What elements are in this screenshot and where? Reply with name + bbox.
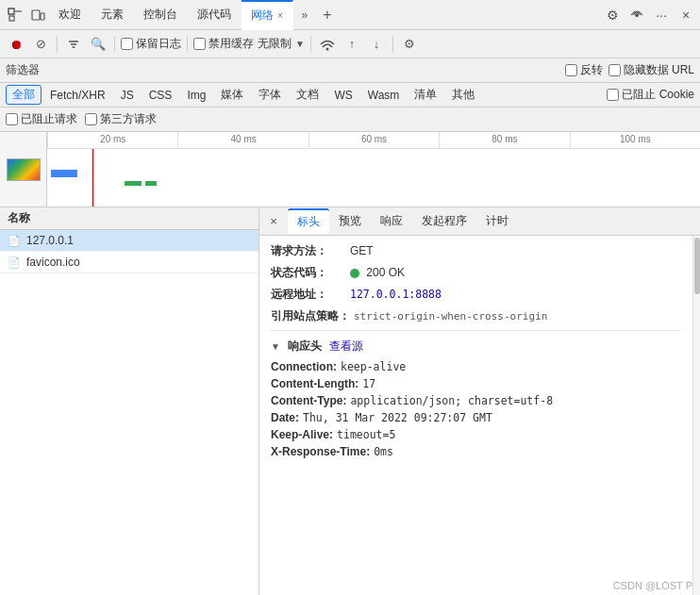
detail-panel: × 标头 预览 响应 发起程序 计时 请求方法： GET 状态代码： [259,207,700,595]
header-date: Date: Thu, 31 Mar 2022 09:27:07 GMT [271,411,681,424]
preserve-log-checkbox[interactable]: 保留日志 [121,36,181,52]
network-icon[interactable] [626,5,647,25]
header-content-type: Content-Type: application/json; charset=… [271,394,681,407]
detail-scrollbar[interactable] [692,236,700,595]
upload-icon[interactable]: ↑ [342,34,362,55]
tab-network-close[interactable]: × [277,10,283,21]
svg-rect-3 [32,10,40,20]
tick-20ms: 20 ms [47,132,177,148]
download-icon[interactable]: ↓ [366,34,387,55]
requests-header: 名称 [0,207,258,230]
page-thumbnail [7,158,41,181]
header-keep-alive: Keep-Alive: timeout=5 [271,428,681,441]
separator-5 [392,36,393,53]
filter-type-all[interactable]: 全部 [6,85,42,105]
request-bar-2 [125,181,142,186]
filter-type-media[interactable]: 媒体 [214,85,250,105]
svg-point-9 [325,47,328,50]
speed-select-wrap: 无限制 ▼ [258,36,305,52]
req-filter-bar: 已阻止请求 第三方请求 [0,107,700,132]
tab-welcome[interactable]: 欢迎 [49,0,92,30]
requests-panel: 名称 📄 127.0.0.1 📄 favicon.ico [0,207,259,595]
third-party-checkbox[interactable]: 第三方请求 [85,111,157,127]
header-connection: Connection: keep-alive [271,360,681,373]
filter-type-img[interactable]: Img [180,87,212,104]
tab-network[interactable]: 网络 × [242,0,293,30]
filter-type-doc[interactable]: 文档 [290,85,325,105]
tab-elements[interactable]: 元素 [92,0,134,30]
tab-initiator[interactable]: 发起程序 [412,209,476,233]
ellipsis-icon[interactable]: ··· [651,5,672,25]
separator-3 [187,36,188,53]
speed-dropdown-arrow[interactable]: ▼ [295,39,305,49]
filter-type-css[interactable]: CSS [142,87,179,104]
filter-type-other[interactable]: 其他 [445,85,481,105]
separator-4 [310,36,311,53]
request-method-row: 请求方法： GET [271,243,681,259]
tab-response[interactable]: 响应 [371,209,412,233]
blocked-cookie-checkbox[interactable]: 已阻止 Cookie [607,87,694,103]
timeline-main[interactable]: 20 ms 40 ms 60 ms 80 ms 100 ms [47,132,700,207]
tab-add[interactable]: + [318,6,337,25]
tick-80ms: 80 ms [439,132,569,148]
separator-1 [57,36,58,53]
remote-address-row: 远程地址： 127.0.0.1:8888 [271,287,681,303]
response-headers-toggle[interactable]: ▼ [271,341,280,352]
search-icon[interactable]: 🔍 [88,34,108,55]
timeline-redline [92,149,93,207]
filter-icon[interactable] [63,34,84,55]
clear-button[interactable]: ⊘ [30,34,51,55]
file-icon-127: 📄 [8,235,21,247]
timeline-thumbnail [0,132,47,207]
tab-timing[interactable]: 计时 [476,209,518,233]
file-icon-favicon: 📄 [8,256,21,269]
wifi-upload-icon[interactable] [317,34,338,55]
tab-preview[interactable]: 预览 [329,209,371,233]
settings-gear-icon[interactable]: ⚙ [602,5,623,25]
filter-type-fetch-xhr[interactable]: Fetch/XHR [43,87,112,104]
request-item-127[interactable]: 📄 127.0.0.1 [0,230,258,252]
view-source-link[interactable]: 查看源 [329,339,363,355]
status-dot [350,269,359,278]
svg-rect-4 [41,13,44,20]
tick-100ms: 100 ms [570,132,700,148]
request-item-favicon[interactable]: 📄 favicon.ico [0,252,258,273]
inspect-icon[interactable] [6,6,25,25]
request-bar-3 [145,181,157,186]
filter-type-js[interactable]: JS [114,87,141,104]
filter-types-bar: 全部 Fetch/XHR JS CSS Img 媒体 字体 文档 WS Wasm… [0,83,700,107]
invert-checkbox[interactable]: 反转 [565,62,603,78]
tab-console[interactable]: 控制台 [134,0,188,30]
filter-type-ws[interactable]: WS [327,87,358,104]
filter-type-wasm[interactable]: Wasm [361,87,407,104]
record-button[interactable]: ⏺ [6,34,26,55]
tab-headers[interactable]: 标头 [288,208,329,234]
disable-cache-checkbox[interactable]: 禁用缓存 [193,36,254,52]
filter-type-font[interactable]: 字体 [252,85,288,105]
tab-more[interactable]: » [295,6,314,25]
detail-content[interactable]: 请求方法： GET 状态代码： 200 OK 远程地址： 127.0.0.1:8… [259,236,692,595]
filter-type-manifest[interactable]: 清单 [408,85,443,105]
filter-bar: 筛选器 反转 隐藏数据 URL [0,58,700,83]
timeline-header: 20 ms 40 ms 60 ms 80 ms 100 ms [47,132,700,149]
response-headers-section: ▼ 响应头 查看源 [271,339,681,355]
blocked-requests-checkbox[interactable]: 已阻止请求 [6,111,77,127]
header-content-length: Content-Length: 17 [271,377,681,390]
device-icon[interactable] [28,6,47,25]
network-settings-icon[interactable]: ⚙ [399,34,420,55]
hide-data-urls-checkbox[interactable]: 隐藏数据 URL [608,62,694,78]
detail-tabs: × 标头 预览 响应 发起程序 计时 [259,207,700,236]
tab-sources[interactable]: 源代码 [188,0,242,30]
tick-40ms: 40 ms [177,132,308,148]
tick-60ms: 60 ms [308,132,439,148]
request-bar-1 [51,170,77,177]
referrer-policy-row: 引用站点策略： strict-origin-when-cross-origin [271,308,681,324]
svg-point-5 [635,13,639,17]
requests-list: 📄 127.0.0.1 📄 favicon.ico [0,230,258,595]
detail-close-button[interactable]: × [263,211,284,232]
separator-2 [114,36,115,53]
close-window-icon[interactable]: × [675,5,696,25]
timeline-area: 20 ms 40 ms 60 ms 80 ms 100 ms [0,132,700,207]
header-x-response-time: X-Response-Time: 0ms [271,445,681,458]
scrollbar-thumb[interactable] [694,238,700,294]
